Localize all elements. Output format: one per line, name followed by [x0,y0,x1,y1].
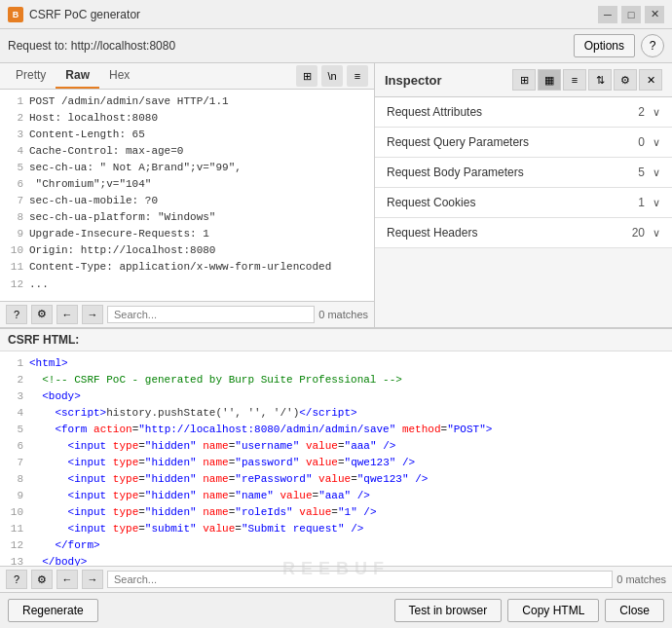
search-matches-bottom: 0 matches [616,573,666,585]
search-input-top[interactable] [107,306,315,323]
request-line-5: 5sec-ch-ua: " Not A;Brand";v="99", [8,160,370,176]
request-line-11: 11Content-Type: application/x-www-form-u… [8,259,370,276]
inspector-section-body[interactable]: Request Body Parameters 5 ∨ [375,158,672,188]
csrf-line-5: 5 <form action="http://localhost:8080/ad… [8,422,664,438]
request-line-3: 3Content-Length: 65 [8,127,370,143]
inspector-section-cookies-label: Request Cookies [387,196,638,209]
help-button[interactable]: ? [641,34,664,57]
request-text: 1POST /admin/admin/save HTTP/1.1 2Host: … [0,90,374,301]
csrf-section-label: CSRF HTML: [0,329,672,351]
request-line-9: 9Upgrade-Insecure-Requests: 1 [8,226,370,242]
inspector-section-headers-count: 20 [632,226,645,240]
app-icon: B [8,7,23,22]
inspector-section-query[interactable]: Request Query Parameters 0 ∨ [375,128,672,158]
search-bar-bottom: ? ⚙ ← → 0 matches [0,566,672,592]
tab-raw[interactable]: Raw [56,63,99,89]
chevron-down-icon: ∨ [653,106,660,119]
inspector-section-attributes[interactable]: Request Attributes 2 ∨ [375,97,672,128]
search-prev-button[interactable]: ← [56,305,78,324]
csrf-line-10: 10 <input type="hidden" name="roleIds" v… [8,504,664,521]
csrf-line-4: 4 <script>history.pushState('', '', '/')… [8,405,664,422]
titlebar: B CSRF PoC generator ─ □ ✕ [0,0,672,29]
csrf-line-6: 6 <input type="hidden" name="username" v… [8,438,664,455]
bottom-toolbar: Regenerate Test in browser Copy HTML Clo… [0,592,672,628]
inspector-section-headers[interactable]: Request Headers 20 ∨ [375,218,672,248]
more-button[interactable]: ≡ [347,65,368,87]
inspector-settings-btn[interactable]: ⚙ [614,69,637,91]
copy-html-button[interactable]: Copy HTML [507,599,599,622]
search-matches-top: 0 matches [318,309,368,320]
inspector-section-headers-label: Request Headers [387,226,632,240]
inspector-header: Inspector ⊞ ▦ ≡ ⇅ ⚙ ✕ [375,63,672,97]
csrf-line-8: 8 <input type="hidden" name="rePassword"… [8,471,664,488]
request-tabs: Pretty Raw Hex ⊞ \n ≡ [0,63,374,90]
maximize-button[interactable]: □ [621,6,641,23]
csrf-code: 1<html> 2 <!-- CSRF PoC - generated by B… [0,351,672,567]
inspector-section-cookies-count: 1 [638,196,645,209]
search-bar-top: ? ⚙ ← → 0 matches [0,301,374,327]
inspector-section-query-count: 0 [638,135,645,149]
inspector-view-btn-1[interactable]: ⊞ [512,69,536,91]
chevron-down-icon-5: ∨ [653,227,660,240]
search-next-button-bottom[interactable]: → [82,570,103,589]
request-line-4: 4Cache-Control: max-age=0 [8,143,370,160]
request-line-7: 7sec-ch-ua-mobile: ?0 [8,193,370,209]
request-line-2: 2Host: localhost:8080 [8,110,370,127]
csrf-line-9: 9 <input type="hidden" name="name" value… [8,488,664,504]
help-search-button-bottom[interactable]: ? [6,570,27,589]
csrf-line-7: 7 <input type="hidden" name="password" v… [8,455,664,471]
newline-button[interactable]: \n [321,65,343,87]
inspector-close-btn[interactable]: ✕ [639,69,662,91]
left-pane: Pretty Raw Hex ⊞ \n ≡ 1POST /admin/admin… [0,63,375,327]
csrf-line-13: 13 </body> [8,554,664,566]
request-bar: Request to: http://localhost:8080 Option… [0,29,672,63]
inspector-section-cookies[interactable]: Request Cookies 1 ∨ [375,188,672,218]
request-line-10: 10Origin: http://localhost:8080 [8,242,370,259]
close-window-button[interactable]: ✕ [645,6,664,23]
inspector-section-body-label: Request Body Parameters [387,166,638,179]
inspector-view-btn-2[interactable]: ▦ [538,69,561,91]
csrf-section: CSRF HTML: 1<html> 2 <!-- CSRF PoC - gen… [0,327,672,593]
bottom-toolbar-left: Regenerate [8,599,391,622]
options-button[interactable]: Options [574,34,635,57]
request-line-1: 1POST /admin/admin/save HTTP/1.1 [8,93,370,110]
csrf-line-1: 1<html> [8,355,664,372]
request-line-8: 8sec-ch-ua-platform: "Windows" [8,209,370,226]
csrf-line-12: 12 </form> [8,537,664,554]
test-in-browser-button[interactable]: Test in browser [394,599,503,622]
search-settings-button[interactable]: ⚙ [31,305,53,324]
titlebar-title: CSRF PoC generator [29,8,598,21]
search-next-button[interactable]: → [82,305,103,324]
close-button[interactable]: Close [605,599,664,622]
inspector-title: Inspector [385,73,510,88]
search-settings-button-bottom[interactable]: ⚙ [31,570,53,589]
inspector-pane: Inspector ⊞ ▦ ≡ ⇅ ⚙ ✕ Request Attributes… [375,63,672,327]
request-line-12: 12... [8,277,370,293]
request-url-label: Request to: http://localhost:8080 [8,39,175,53]
search-prev-button-bottom[interactable]: ← [56,570,78,589]
tab-pretty[interactable]: Pretty [6,63,56,89]
inspector-section-body-count: 5 [638,166,645,179]
chevron-down-icon-3: ∨ [653,166,660,179]
chevron-down-icon-4: ∨ [653,197,660,209]
request-line-6: 6 "Chromium";v="104" [8,176,370,193]
csrf-line-11: 11 <input type="submit" value="Submit re… [8,521,664,537]
minimize-button[interactable]: ─ [598,6,617,23]
bottom-toolbar-right: Test in browser Copy HTML Close [394,599,664,622]
csrf-line-2: 2 <!-- CSRF PoC - generated by Burp Suit… [8,372,664,388]
inspector-sort-btn[interactable]: ⇅ [588,69,612,91]
regenerate-button[interactable]: Regenerate [8,599,98,622]
titlebar-controls: ─ □ ✕ [598,6,664,23]
main-content: Pretty Raw Hex ⊞ \n ≡ 1POST /admin/admin… [0,63,672,628]
csrf-line-3: 3 <body> [8,388,664,405]
split-pane: Pretty Raw Hex ⊞ \n ≡ 1POST /admin/admin… [0,63,672,327]
request-bar-actions: Options ? [574,34,664,57]
word-wrap-button[interactable]: ⊞ [296,65,317,87]
inspector-align-btn[interactable]: ≡ [563,69,586,91]
search-input-bottom[interactable] [107,571,613,588]
tab-hex[interactable]: Hex [99,63,139,89]
inspector-section-attributes-count: 2 [638,105,645,119]
help-search-button[interactable]: ? [6,305,27,324]
inspector-section-query-label: Request Query Parameters [387,135,638,149]
inspector-section-attributes-label: Request Attributes [387,105,638,119]
